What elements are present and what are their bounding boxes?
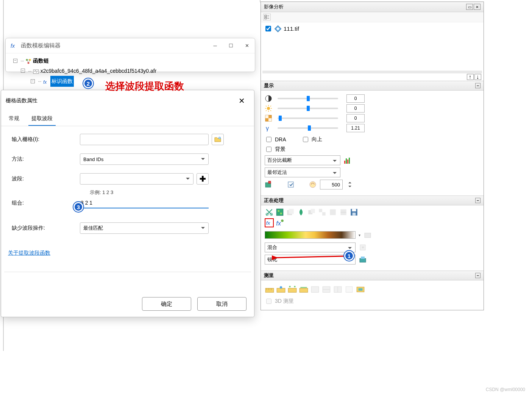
measure-distance-icon[interactable]	[276, 285, 286, 294]
minimize-button[interactable]: ─	[212, 42, 218, 49]
browse-button[interactable]	[212, 134, 224, 145]
filter-tool-icon	[339, 208, 348, 217]
tab-general[interactable]: 常规	[6, 112, 22, 126]
contrast-slider[interactable]	[278, 98, 338, 99]
panel-title-text: 影像分析	[264, 3, 465, 10]
scroll-up-icon[interactable]: ⭡	[467, 74, 474, 80]
combo-input[interactable]	[80, 198, 209, 208]
svg-rect-47	[330, 209, 335, 215]
divider	[4, 272, 251, 272]
section-measure-head[interactable]: 测里 −	[261, 271, 484, 280]
svg-rect-60	[361, 257, 365, 259]
zoom-value[interactable]	[320, 180, 343, 189]
options-icon[interactable]	[263, 14, 271, 20]
measure-point-icon[interactable]	[265, 285, 275, 294]
svg-rect-25	[265, 115, 268, 118]
missing-select[interactable]	[80, 222, 209, 234]
gamma-slider[interactable]	[278, 127, 338, 129]
collapse-icon[interactable]: −	[21, 69, 25, 73]
zoom-raster-icon[interactable]	[265, 180, 273, 189]
brightness-slider[interactable]	[278, 108, 338, 109]
histogram-icon[interactable]	[343, 156, 352, 164]
tree-file-label: x2c9bafc6_94c6_48fd_a4a4_cebbcd1f5143y0.…	[41, 66, 157, 76]
svg-point-35	[310, 182, 316, 188]
pin-button[interactable]: ▭	[466, 4, 473, 10]
collapse-icon[interactable]: −	[475, 198, 481, 203]
add-band-button[interactable]: ✚	[197, 173, 209, 185]
svg-point-15	[267, 107, 270, 110]
section-processing-head[interactable]: 正在处理 −	[261, 196, 484, 205]
cancel-button[interactable]: 取消	[197, 297, 246, 311]
section-processing-body: fx fx ▾ +	[261, 205, 484, 271]
collapse-icon[interactable]: −	[13, 59, 17, 63]
save-tool-icon[interactable]	[349, 208, 359, 217]
refresh-icon[interactable]	[287, 180, 295, 189]
up-checkbox-row[interactable]: 向上	[301, 136, 322, 143]
bands-select[interactable]	[80, 173, 193, 185]
diff-tool-icon	[307, 208, 316, 217]
tree-file[interactable]: − ··· x2c9bafc6_94c6_48fd_a4a4_cebbcd1f5…	[13, 66, 247, 76]
label-input-raster: 输入栅格(I):	[12, 136, 80, 143]
brightness-value[interactable]: 0	[346, 104, 365, 113]
pan-sharpen-icon[interactable]	[359, 255, 367, 264]
3d-measure-checkbox	[266, 299, 271, 304]
fx-editor-tool-icon[interactable]: fx	[265, 218, 274, 227]
ndvi-tool-icon[interactable]	[296, 208, 306, 217]
scale-icon[interactable]	[309, 180, 317, 189]
svg-text:γ: γ	[266, 125, 269, 131]
raster-layer-icon	[275, 25, 281, 32]
image-analysis-panel: 影像分析 ▭ ✕ 111.tif ⭡ ⭣ 显示 − 0	[261, 2, 484, 310]
stretch-select[interactable]	[265, 155, 340, 165]
3d-measure-row[interactable]: 3D 测里	[265, 297, 480, 305]
mask-tool-icon[interactable]	[275, 208, 284, 217]
up-checkbox[interactable]	[303, 137, 308, 142]
close-button[interactable]: ✕	[243, 42, 250, 49]
transparency-value[interactable]: 0	[346, 114, 365, 122]
brightness-icon	[265, 105, 272, 112]
svg-point-69	[289, 286, 290, 287]
section-measure-label: 测里	[264, 272, 475, 279]
layer-checkbox[interactable]	[265, 26, 271, 31]
fx-chain-tool-icon[interactable]: fx	[275, 218, 284, 227]
tab-extract-bands[interactable]: 提取波段	[28, 112, 56, 126]
method-select[interactable]	[80, 153, 209, 165]
blend-select[interactable]	[265, 243, 356, 252]
tree-fn-label: 标识函数	[50, 76, 74, 87]
clip-tool-icon[interactable]	[265, 208, 274, 217]
contrast-value[interactable]: 0	[346, 94, 365, 103]
maximize-button[interactable]: ☐	[228, 42, 234, 49]
close-icon[interactable]: ✕	[236, 95, 248, 107]
transparency-slider[interactable]	[278, 117, 338, 119]
svg-rect-45	[319, 209, 322, 212]
collapse-icon[interactable]: −	[475, 273, 481, 278]
panel-close-button[interactable]: ✕	[474, 4, 481, 10]
sharpen-select[interactable]	[265, 255, 356, 265]
scroll-down-icon[interactable]: ⭣	[474, 74, 481, 80]
help-link[interactable]: 关于提取波段函数	[8, 250, 50, 256]
layer-item[interactable]: 111.tif	[264, 25, 481, 33]
tree-root[interactable]: − ··· 函数链	[13, 56, 247, 66]
svg-rect-9	[265, 17, 267, 19]
svg-line-20	[266, 106, 267, 106]
measure-tool8-icon	[344, 285, 354, 294]
input-raster-field[interactable]	[80, 134, 209, 145]
zoom-stepper-icon[interactable]	[346, 180, 354, 189]
dra-checkbox[interactable]	[266, 137, 271, 142]
gamma-value[interactable]: 1.21	[346, 124, 365, 132]
bg-checkbox[interactable]	[266, 147, 271, 152]
measure-height-icon[interactable]	[299, 285, 309, 294]
callout-3: 3	[73, 202, 83, 212]
collapse-icon[interactable]: −	[475, 83, 481, 88]
section-display-head[interactable]: 显示 −	[261, 81, 484, 91]
ok-button[interactable]: 确定	[142, 297, 191, 311]
dra-checkbox-row[interactable]: DRA	[265, 136, 286, 143]
collapse-icon[interactable]: −	[31, 79, 35, 83]
measure-feature-icon[interactable]	[356, 285, 365, 294]
svg-rect-56	[365, 233, 371, 238]
bg-checkbox-row[interactable]: 背景	[265, 146, 480, 153]
resample-select[interactable]	[265, 167, 340, 177]
svg-rect-68	[288, 288, 296, 293]
color-ramp[interactable]	[265, 231, 356, 239]
measure-area-icon[interactable]	[287, 285, 297, 294]
example-text: 示例: 1 2 3	[90, 189, 243, 196]
